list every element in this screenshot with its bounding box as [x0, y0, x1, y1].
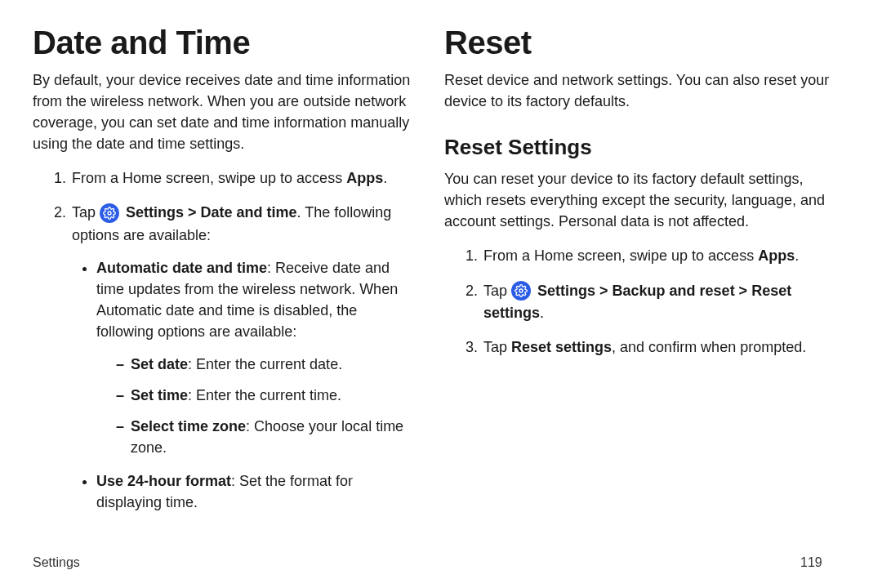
intro-paragraph: By default, your device receives date an… — [33, 69, 418, 154]
bullet-bold: Automatic date and time — [96, 260, 267, 276]
heading-date-and-time: Date and Time — [33, 24, 418, 61]
left-column: Date and Time By default, your device re… — [33, 24, 441, 572]
bullet-item: Use 24-hour format: Set the format for d… — [96, 470, 418, 513]
step-bold: Apps — [758, 247, 795, 264]
dash-text: : Enter the current time. — [188, 387, 341, 403]
dash-bold: Set date — [131, 356, 188, 372]
step-text: . — [795, 247, 799, 264]
dash-text: : Enter the current date. — [188, 356, 342, 372]
footer-section-label: Settings — [33, 555, 800, 570]
step-1: From a Home screen, swipe up to access A… — [482, 245, 833, 266]
settings-gear-icon — [100, 203, 119, 223]
right-column: Reset Reset device and network settings.… — [441, 24, 849, 572]
step-2: Tap Settings > Date and time. The follow… — [70, 202, 418, 512]
step-bold: Reset settings — [511, 339, 612, 355]
intro-paragraph: Reset device and network settings. You c… — [444, 69, 833, 112]
dash-item: Select time zone: Choose your local time… — [116, 416, 418, 458]
step-bold: Apps — [346, 170, 383, 186]
manual-page: Date and Time By default, your device re… — [0, 0, 882, 588]
steps-list: From a Home screen, swipe up to access A… — [444, 245, 833, 358]
steps-list: From a Home screen, swipe up to access A… — [33, 167, 418, 512]
step-text: . — [383, 170, 387, 186]
dash-bold: Select time zone — [131, 418, 246, 434]
svg-point-0 — [108, 212, 111, 215]
svg-point-1 — [519, 289, 523, 292]
step-text: Tap — [72, 204, 100, 220]
heading-reset: Reset — [444, 24, 833, 61]
step-1: From a Home screen, swipe up to access A… — [70, 167, 418, 189]
subheading-reset-settings: Reset Settings — [444, 135, 833, 160]
page-footer: Settings 119 — [33, 555, 849, 570]
footer-page-number: 119 — [800, 555, 849, 570]
step-text: From a Home screen, swipe up to access — [72, 170, 346, 186]
dash-bold: Set time — [131, 387, 188, 403]
step-3: Tap Reset settings, and confirm when pro… — [482, 336, 833, 358]
sub-intro-paragraph: You can reset your device to its factory… — [444, 168, 833, 232]
bullet-bold: Use 24-hour format — [96, 473, 231, 489]
step-bold: Settings > Date and time — [126, 204, 297, 220]
dash-item: Set time: Enter the current time. — [116, 385, 418, 406]
step-text: . — [540, 305, 544, 321]
step-text: , and confirm when prompted. — [612, 339, 806, 355]
step-text: Tap — [483, 339, 511, 355]
bullet-item: Automatic date and time: Receive date an… — [96, 257, 418, 459]
bullet-list: Automatic date and time: Receive date an… — [72, 257, 418, 513]
settings-gear-icon — [511, 281, 531, 301]
dash-list: Set date: Enter the current date. Set ti… — [96, 354, 418, 458]
step-text: From a Home screen, swipe up to access — [483, 247, 758, 264]
step-2: Tap Settings > Backup and reset > Reset … — [482, 280, 833, 323]
dash-item: Set date: Enter the current date. — [116, 354, 418, 375]
step-text: Tap — [483, 283, 511, 299]
